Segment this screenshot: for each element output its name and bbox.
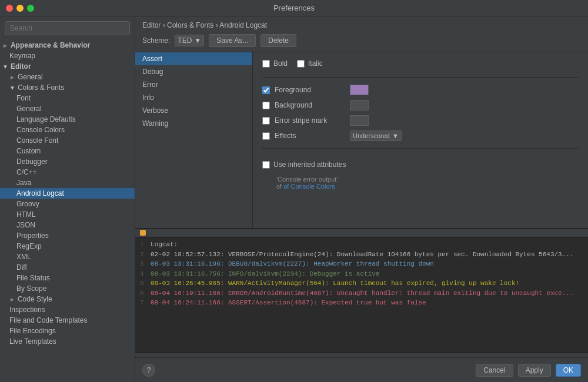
search-input[interactable] — [5, 21, 130, 35]
background-label: Background — [275, 101, 345, 109]
background-checkbox[interactable] — [262, 102, 270, 109]
sidebar-item-file-encodings[interactable]: File Encodings — [0, 326, 135, 336]
preview-content[interactable]: 1 Logcat: 2 02-02 18:52:57.132: VERBOSE/… — [135, 237, 588, 353]
sidebar-item-console-colors[interactable]: Console Colors — [0, 125, 135, 135]
sidebar-item-colors-fonts[interactable]: ▼ Colors & Fonts — [0, 82, 135, 93]
scheme-row: Scheme: TED ▼ Save As... Delete — [135, 32, 588, 52]
apply-button[interactable]: Apply — [518, 364, 551, 377]
window-title: Preferences — [273, 4, 315, 12]
sidebar-item-console-font[interactable]: Console Font — [0, 135, 135, 146]
delete-button[interactable]: Delete — [260, 34, 296, 47]
maximize-button[interactable] — [27, 5, 34, 12]
ok-button[interactable]: OK — [556, 364, 581, 377]
background-swatch[interactable] — [350, 100, 369, 110]
sidebar-item-xml[interactable]: XML — [0, 252, 135, 262]
style-checkboxes: Bold Italic — [262, 59, 579, 68]
log-line-1: 1 Logcat: — [140, 240, 583, 250]
italic-checkbox-row: Italic — [297, 59, 323, 68]
chevron-down-icon: ▼ — [194, 36, 201, 45]
sidebar-item-label: Font — [16, 94, 31, 102]
sidebar-item-debugger[interactable]: Debugger — [0, 156, 135, 167]
sidebar-item-custom[interactable]: Custom — [0, 146, 135, 156]
sidebar-item-code-style[interactable]: ► Code Style — [0, 294, 135, 304]
sidebar-item-label: File Encodings — [9, 327, 56, 335]
log-item-assert[interactable]: Assert — [135, 52, 252, 65]
console-colors-link[interactable]: of Console Colors — [283, 183, 335, 190]
sidebar-item-appearance[interactable]: ► Appearance & Behavior — [0, 40, 135, 51]
attributes-panel: Bold Italic Foreground — [253, 52, 588, 228]
log-item-info[interactable]: Info — [135, 91, 252, 104]
foreground-checkbox[interactable] — [262, 86, 270, 94]
log-line-3: 3 08-03 13:31:16.196: DEBUG/dalvikvm(222… — [140, 259, 583, 269]
use-inherited-checkbox[interactable] — [262, 161, 270, 169]
sidebar-item-java[interactable]: Java — [0, 177, 135, 188]
sidebar-item-label: File and Code Templates — [9, 316, 88, 324]
console-note: 'Console error output' of of Console Col… — [262, 176, 579, 190]
sidebar-item-file-code-templates[interactable]: File and Code Templates — [0, 315, 135, 326]
effects-dropdown[interactable]: Underscored ▼ — [350, 130, 402, 141]
close-button[interactable] — [6, 5, 13, 12]
error-stripe-label: Error stripe mark — [275, 116, 345, 125]
sidebar-item-label: Console Font — [16, 136, 58, 145]
sidebar-item-general2[interactable]: General — [0, 103, 135, 114]
sidebar-item-label: Debugger — [16, 158, 48, 166]
sidebar-item-diff[interactable]: Diff — [0, 262, 135, 273]
sidebar-item-file-status[interactable]: File Status — [0, 273, 135, 283]
effects-row: Effects Underscored ▼ — [262, 130, 579, 141]
italic-checkbox[interactable] — [297, 60, 305, 68]
log-item-warning[interactable]: Warning — [135, 117, 252, 130]
scheme-value: TED — [178, 36, 192, 45]
background-row: Background — [262, 100, 579, 110]
sidebar-item-label: Custom — [16, 147, 41, 155]
sidebar-item-font[interactable]: Font — [0, 93, 135, 103]
sidebar-item-json[interactable]: JSON — [0, 220, 135, 230]
sidebar-item-editor[interactable]: ▼ Editor — [0, 61, 135, 72]
save-as-button[interactable]: Save As... — [209, 34, 256, 47]
log-item-debug[interactable]: Debug — [135, 65, 252, 78]
sidebar-item-keymap[interactable]: Keymap — [0, 51, 135, 61]
scheme-dropdown[interactable]: TED ▼ — [175, 35, 204, 46]
sidebar-item-label: Language Defaults — [16, 115, 76, 123]
log-item-error[interactable]: Error — [135, 78, 252, 91]
cancel-button[interactable]: Cancel — [476, 364, 513, 377]
sidebar-item-regexp[interactable]: RegExp — [0, 241, 135, 252]
foreground-label: Foreground — [275, 86, 345, 94]
minimize-button[interactable] — [16, 5, 24, 12]
help-button[interactable]: ? — [142, 364, 155, 377]
bold-checkbox[interactable] — [262, 60, 270, 68]
sidebar-item-label: By Scope — [16, 284, 46, 293]
scheme-label: Scheme: — [142, 36, 170, 45]
use-inherited-label: Use inherited attributes — [273, 160, 346, 169]
expand-icon: ▼ — [9, 85, 15, 91]
effects-checkbox[interactable] — [262, 132, 270, 140]
window-controls — [6, 5, 34, 12]
horizontal-scrollbar[interactable] — [135, 353, 588, 357]
sidebar-item-label: Diff — [16, 263, 27, 272]
sidebar-item-by-scope[interactable]: By Scope — [0, 283, 135, 294]
sidebar-item-label: Appearance & Behavior — [11, 41, 90, 49]
sidebar-item-general[interactable]: ► General — [0, 72, 135, 82]
sidebar-item-label: Groovy — [16, 200, 39, 208]
bottom-bar: ? Cancel Apply OK — [135, 357, 588, 382]
sidebar-item-android-logcat[interactable]: Android Logcat — [0, 188, 135, 199]
log-item-verbose[interactable]: Verbose — [135, 104, 252, 117]
sidebar-item-live-templates[interactable]: Live Templates — [0, 336, 135, 347]
log-type-list: Assert Debug Error Info Verbose Warning — [135, 52, 253, 228]
error-stripe-checkbox[interactable] — [262, 117, 270, 125]
bold-checkbox-row: Bold — [262, 59, 288, 68]
sidebar-item-label: Keymap — [9, 52, 35, 60]
expand-icon: ► — [9, 296, 15, 303]
sidebar-item-groovy[interactable]: Groovy — [0, 199, 135, 209]
sidebar-item-language-defaults[interactable]: Language Defaults — [0, 114, 135, 125]
sidebar-item-html[interactable]: HTML — [0, 209, 135, 220]
console-note-line1: 'Console error output' — [276, 176, 338, 183]
sidebar-item-cpp[interactable]: C/C++ — [0, 167, 135, 177]
foreground-swatch[interactable] — [350, 85, 369, 95]
sidebar-item-inspections[interactable]: Inspections — [0, 304, 135, 315]
sidebar-item-label: Colors & Fonts — [18, 83, 64, 92]
preview-section: 1 Logcat: 2 02-02 18:52:57.132: VERBOSE/… — [135, 228, 588, 357]
log-line-6: 6 08-04 16:19:11.166: ERROR/AndroidRunti… — [140, 289, 583, 299]
error-stripe-swatch[interactable] — [350, 115, 369, 126]
sidebar-item-label: Console Colors — [16, 126, 65, 134]
sidebar-item-properties[interactable]: Properties — [0, 230, 135, 241]
